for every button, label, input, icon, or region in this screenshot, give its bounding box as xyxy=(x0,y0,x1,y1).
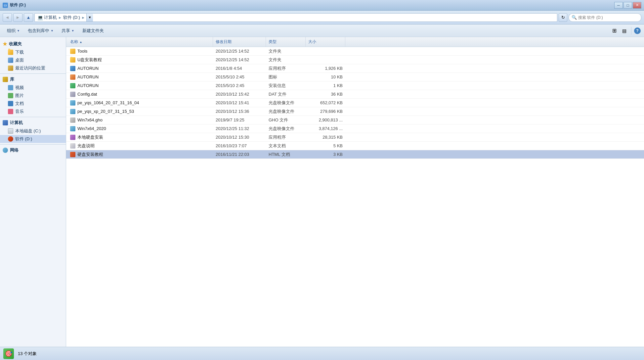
file-name-cell: Tools xyxy=(67,49,213,54)
search-input[interactable] xyxy=(578,15,638,20)
col-header-size[interactable]: 大小 xyxy=(306,37,345,47)
libraries-icon xyxy=(3,77,8,82)
d-drive-icon xyxy=(8,136,13,142)
file-list-container: 名称 ▲ 修改日期 类型 大小 Tools 2020/12/25 14:52 文… xyxy=(66,37,644,347)
titlebar-controls: ─ □ ✕ xyxy=(614,2,641,9)
sidebar-divider-2 xyxy=(0,117,66,117)
toolbar-right: ⊞ ▤ ? xyxy=(610,26,641,35)
sidebar-item-videos-label: 视频 xyxy=(15,85,24,91)
sidebar-network-header[interactable]: 网络 xyxy=(0,146,66,155)
addressbar: ◄ ► ▲ 💻 计算机 ► 软件 (D:) ► ▼ ↻ 🔍 xyxy=(0,11,644,24)
table-row[interactable]: U盘安装教程 2020/12/25 14:52 文件夹 xyxy=(66,56,644,64)
file-icon xyxy=(70,135,75,140)
file-name-cell: pe_yqs_1064_20_07_31_16_04 xyxy=(67,100,213,106)
table-row[interactable]: Win7x64_2020 2020/12/25 11:32 光盘映像文件 3,8… xyxy=(66,124,644,133)
change-view-button[interactable]: ⊞ xyxy=(610,26,619,35)
file-name-cell: Win7x64.gho xyxy=(67,117,213,123)
file-name-cell: 硬盘安装教程 xyxy=(67,152,213,158)
file-date-cell: 2020/10/12 15:42 xyxy=(213,92,266,97)
file-name-cell: AUTORUN xyxy=(67,83,213,88)
sidebar-item-recent-label: 最近访问的位置 xyxy=(15,65,45,71)
table-row[interactable]: 光盘说明 2016/10/23 7:07 文本文档 5 KB xyxy=(66,142,644,150)
sidebar-item-downloads[interactable]: 下载 xyxy=(0,48,66,56)
sidebar-favorites-header[interactable]: ★ 收藏夹 xyxy=(0,40,66,48)
file-list: Tools 2020/12/25 14:52 文件夹 U盘安装教程 2020/1… xyxy=(66,47,644,347)
file-size-cell: 3,874,126 ... xyxy=(306,126,345,131)
sidebar-item-music-label: 音乐 xyxy=(15,109,24,114)
table-row[interactable]: Tools 2020/12/25 14:52 文件夹 xyxy=(66,47,644,56)
pictures-icon xyxy=(8,93,13,98)
file-date-cell: 2016/1/8 4:54 xyxy=(213,66,266,71)
back-button[interactable]: ◄ xyxy=(3,13,12,22)
file-name-cell: AUTORUN xyxy=(67,74,213,80)
table-row[interactable]: 本地硬盘安装 2020/10/12 15:30 应用程序 28,315 KB xyxy=(66,133,644,142)
titlebar-left: 🗂 软件 (D:) xyxy=(3,2,26,8)
file-type-cell: 光盘映像文件 xyxy=(266,126,306,132)
videos-icon xyxy=(8,85,13,90)
sidebar-item-documents-label: 文档 xyxy=(15,101,24,107)
help-button[interactable]: ? xyxy=(634,27,641,34)
sidebar-item-videos[interactable]: 视频 xyxy=(0,84,66,92)
titlebar-title: 软件 (D:) xyxy=(10,2,26,8)
sidebar-item-pictures-label: 图片 xyxy=(15,93,24,99)
sidebar-item-pictures[interactable]: 图片 xyxy=(0,92,66,100)
file-icon xyxy=(70,92,75,97)
sidebar-item-d-drive[interactable]: 软件 (D:) xyxy=(0,135,66,143)
file-name-cell: 本地硬盘安装 xyxy=(67,134,213,140)
organize-button[interactable]: 组织 ▼ xyxy=(3,26,23,35)
up-button[interactable]: ▲ xyxy=(24,13,33,22)
maximize-button[interactable]: □ xyxy=(623,2,632,9)
address-box[interactable]: 💻 计算机 ► 软件 (D:) ► ▼ xyxy=(34,13,557,22)
sidebar-item-documents[interactable]: 文档 xyxy=(0,100,66,108)
status-app-icon: 🎯 xyxy=(3,348,14,359)
table-row[interactable]: Win7x64.gho 2019/9/7 19:25 GHO 文件 2,900,… xyxy=(66,116,644,124)
preview-pane-button[interactable]: ▤ xyxy=(620,26,628,35)
music-icon xyxy=(8,109,13,114)
table-row[interactable]: pe_yqs_1064_20_07_31_16_04 2020/10/12 15… xyxy=(66,99,644,107)
table-row[interactable]: pe_yqs_xp_20_07_31_15_53 2020/10/12 15:3… xyxy=(66,107,644,116)
column-header: 名称 ▲ 修改日期 类型 大小 xyxy=(66,37,644,47)
col-header-name[interactable]: 名称 ▲ xyxy=(67,37,213,47)
file-icon xyxy=(70,83,75,88)
close-button[interactable]: ✕ xyxy=(633,2,641,9)
col-header-date[interactable]: 修改日期 xyxy=(213,37,266,47)
new-folder-button[interactable]: 新建文件夹 xyxy=(79,26,107,35)
file-name-cell: Config.dat xyxy=(67,92,213,97)
file-icon xyxy=(70,126,75,131)
file-name-cell: Win7x64_2020 xyxy=(67,126,213,131)
table-row[interactable]: Config.dat 2020/10/12 15:42 DAT 文件 36 KB xyxy=(66,90,644,99)
share-arrow: ▼ xyxy=(71,29,74,32)
table-row[interactable]: AUTORUN 2015/5/10 2:45 图标 10 KB xyxy=(66,73,644,81)
table-row[interactable]: AUTORUN 2015/5/10 2:45 安装信息 1 KB xyxy=(66,81,644,90)
app-icon: 🗂 xyxy=(3,3,8,8)
sidebar-libraries-header[interactable]: 库 xyxy=(0,75,66,84)
sidebar-item-desktop[interactable]: 桌面 xyxy=(0,56,66,64)
titlebar: 🗂 软件 (D:) ─ □ ✕ xyxy=(0,0,644,11)
sidebar-item-recent[interactable]: 最近访问的位置 xyxy=(0,64,66,72)
forward-button[interactable]: ► xyxy=(13,13,22,22)
refresh-button[interactable]: ↻ xyxy=(559,13,567,22)
file-size-cell: 1 KB xyxy=(306,83,345,88)
breadcrumb-drive[interactable]: 软件 (D:) xyxy=(63,15,80,21)
col-header-type[interactable]: 类型 xyxy=(266,37,306,47)
minimize-button[interactable]: ─ xyxy=(614,2,623,9)
sidebar-item-c-drive[interactable]: 本地磁盘 (C:) xyxy=(0,127,66,135)
file-date-cell: 2019/9/7 19:25 xyxy=(213,117,266,122)
share-button[interactable]: 共享 ▼ xyxy=(58,26,78,35)
include-library-button[interactable]: 包含到库中 ▼ xyxy=(24,26,57,35)
search-box[interactable]: 🔍 xyxy=(569,13,641,22)
star-icon: ★ xyxy=(3,41,7,47)
include-arrow: ▼ xyxy=(51,29,54,32)
file-date-cell: 2016/10/23 7:07 xyxy=(213,143,266,148)
toolbar-sep xyxy=(631,27,631,35)
breadcrumb-computer[interactable]: 💻 计算机 xyxy=(37,15,57,21)
recent-icon xyxy=(8,66,13,71)
sidebar-item-music[interactable]: 音乐 xyxy=(0,108,66,115)
address-dropdown-button[interactable]: ▼ xyxy=(86,14,93,22)
file-date-cell: 2015/5/10 2:45 xyxy=(213,83,266,88)
table-row[interactable]: 硬盘安装教程 2016/11/21 22:03 HTML 文档 3 KB xyxy=(66,150,644,159)
file-icon xyxy=(70,57,75,63)
sidebar-computer-header[interactable]: 计算机 xyxy=(0,118,66,127)
table-row[interactable]: AUTORUN 2016/1/8 4:54 应用程序 1,926 KB xyxy=(66,64,644,73)
file-name-cell: AUTORUN xyxy=(67,66,213,71)
